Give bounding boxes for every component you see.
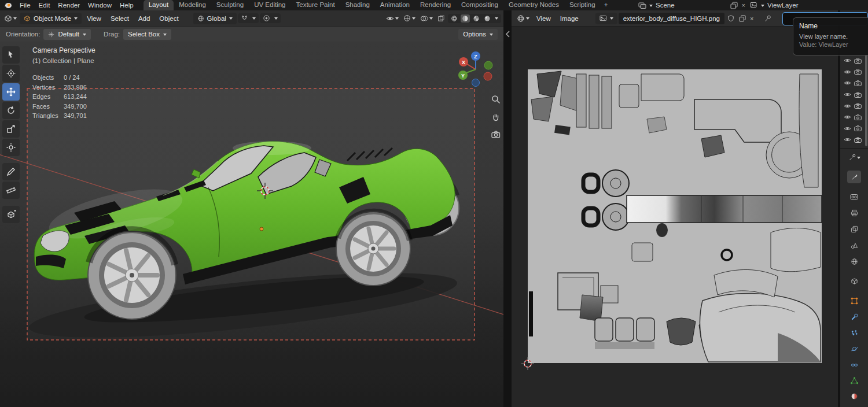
disable-render-camera-icon[interactable] xyxy=(854,125,862,131)
region-divider[interactable] xyxy=(503,10,512,407)
properties-tab-tool[interactable] xyxy=(847,171,861,183)
image-browse-dropdown[interactable] xyxy=(595,13,617,24)
tool-annotate[interactable] xyxy=(2,163,20,180)
3d-viewport[interactable]: Camera Perspective (1) Collection | Plan… xyxy=(0,42,503,407)
outliner-scrollbar[interactable] xyxy=(865,55,867,146)
add-workspace-button[interactable]: + xyxy=(601,0,612,10)
navigation-gizmo[interactable]: Z X Y xyxy=(457,50,494,87)
uv-texture-image[interactable] xyxy=(528,69,822,363)
tab-shading[interactable]: Shading xyxy=(340,0,375,10)
tab-rendering[interactable]: Rendering xyxy=(415,0,456,10)
pin-icon[interactable] xyxy=(763,14,773,23)
tab-animation[interactable]: Animation xyxy=(375,0,415,10)
hide-viewport-eye-icon[interactable] xyxy=(844,114,851,120)
orientation-default-dropdown[interactable]: Default xyxy=(43,29,90,40)
disable-render-camera-icon[interactable] xyxy=(854,69,862,75)
menu-add[interactable]: Add xyxy=(134,15,154,22)
shading-solid-button[interactable] xyxy=(461,14,470,23)
new-scene-icon[interactable] xyxy=(730,2,738,9)
object-visibility-dropdown[interactable] xyxy=(384,14,400,23)
scene-name[interactable]: Scene xyxy=(656,2,675,9)
proportional-edit-button[interactable] xyxy=(262,14,271,23)
tool-transform[interactable] xyxy=(2,139,20,156)
shading-material-button[interactable] xyxy=(472,14,481,23)
viewlayer-browse-icon[interactable] xyxy=(750,2,758,9)
tool-rotate[interactable] xyxy=(2,102,20,119)
properties-tab-view-layer[interactable] xyxy=(847,223,861,235)
tool-scale[interactable] xyxy=(2,120,20,138)
properties-tab-physics[interactable] xyxy=(847,342,861,355)
menu-render[interactable]: Render xyxy=(54,0,84,10)
tab-sculpting[interactable]: Sculpting xyxy=(211,0,249,10)
properties-tab-output[interactable] xyxy=(847,206,861,219)
hide-viewport-eye-icon[interactable] xyxy=(844,92,851,97)
gizmos-dropdown[interactable] xyxy=(402,13,417,23)
tab-uv-editing[interactable]: UV Editing xyxy=(249,0,290,10)
region-divider-right[interactable] xyxy=(838,10,840,407)
disable-render-camera-icon[interactable] xyxy=(854,58,862,64)
menu-edit[interactable]: Edit xyxy=(35,0,54,10)
snap-options-button[interactable] xyxy=(251,16,257,20)
hide-viewport-eye-icon[interactable] xyxy=(844,58,851,63)
hide-viewport-eye-icon[interactable] xyxy=(844,80,851,86)
tool-measure[interactable] xyxy=(2,182,20,199)
hide-viewport-eye-icon[interactable] xyxy=(844,126,851,131)
shading-options-caret[interactable] xyxy=(494,16,499,20)
tab-geometry-nodes[interactable]: Geometry Nodes xyxy=(503,0,564,10)
tab-layout[interactable]: Layout xyxy=(144,0,174,10)
drag-mode-dropdown[interactable]: Select Box xyxy=(123,29,171,40)
properties-tab-modifiers[interactable] xyxy=(847,310,861,323)
uv-image-editor[interactable]: View Image exterior_body_diffuse_HIGH.pn… xyxy=(512,10,838,407)
properties-tab-collection[interactable] xyxy=(847,275,861,287)
properties-tab-world[interactable] xyxy=(847,255,861,268)
snap-toggle-button[interactable] xyxy=(240,14,249,23)
menu-window[interactable]: Window xyxy=(84,0,116,10)
uv-menu-view[interactable]: View xyxy=(532,15,555,22)
hide-viewport-eye-icon[interactable] xyxy=(844,69,851,75)
properties-tab-constraints[interactable] xyxy=(847,358,861,371)
disable-render-camera-icon[interactable] xyxy=(854,137,862,143)
blender-logo-icon[interactable] xyxy=(0,2,16,9)
viewport-pan-button[interactable] xyxy=(489,110,503,124)
properties-tab-render[interactable] xyxy=(847,190,861,203)
shading-rendered-button[interactable] xyxy=(483,14,492,23)
mode-dropdown[interactable]: Object Mode xyxy=(20,13,82,24)
disable-render-camera-icon[interactable] xyxy=(854,114,862,120)
properties-tab-scene[interactable] xyxy=(847,239,861,251)
tool-select-box[interactable] xyxy=(2,46,20,64)
tab-modeling[interactable]: Modeling xyxy=(174,0,211,10)
overlays-dropdown[interactable] xyxy=(418,14,435,23)
properties-editor-type-button[interactable] xyxy=(847,151,861,164)
region-corner-arrow-icon[interactable] xyxy=(505,30,510,38)
unlink-image-icon[interactable]: × xyxy=(749,15,755,22)
uv-menu-image[interactable]: Image xyxy=(556,15,583,22)
editor-type-3d-button[interactable] xyxy=(2,13,19,24)
properties-tab-object[interactable] xyxy=(847,294,861,307)
tool-move[interactable] xyxy=(2,83,20,101)
disable-render-camera-icon[interactable] xyxy=(854,80,862,86)
shading-wireframe-button[interactable] xyxy=(450,14,459,23)
viewport-camera-button[interactable] xyxy=(489,127,503,141)
menu-help[interactable]: Help xyxy=(116,0,138,10)
menu-view[interactable]: View xyxy=(83,15,105,22)
image-name-field[interactable]: exterior_body_diffuse_HIGH.png xyxy=(619,13,724,24)
disable-render-camera-icon[interactable] xyxy=(854,92,862,98)
tab-compositing[interactable]: Compositing xyxy=(456,0,503,10)
properties-tab-particles[interactable] xyxy=(847,327,861,339)
menu-select[interactable]: Select xyxy=(106,15,133,22)
tool-add-cube[interactable] xyxy=(2,206,20,223)
tab-texture-paint[interactable]: Texture Paint xyxy=(291,0,340,10)
menu-file[interactable]: File xyxy=(16,0,35,10)
hide-viewport-eye-icon[interactable] xyxy=(844,137,851,142)
scene-browse-icon[interactable] xyxy=(638,2,646,9)
options-dropdown[interactable]: Options xyxy=(458,29,498,40)
proportional-edit-caret[interactable] xyxy=(273,16,279,20)
disable-render-camera-icon[interactable] xyxy=(854,103,862,109)
hide-viewport-eye-icon[interactable] xyxy=(844,103,851,109)
unlink-scene-icon[interactable]: × xyxy=(741,2,746,9)
properties-tab-material[interactable] xyxy=(847,390,861,402)
menu-object[interactable]: Object xyxy=(155,15,182,22)
transform-orientation-dropdown[interactable]: Global xyxy=(193,13,237,24)
duplicate-image-icon[interactable] xyxy=(737,14,748,23)
xray-toggle-button[interactable] xyxy=(436,13,447,23)
